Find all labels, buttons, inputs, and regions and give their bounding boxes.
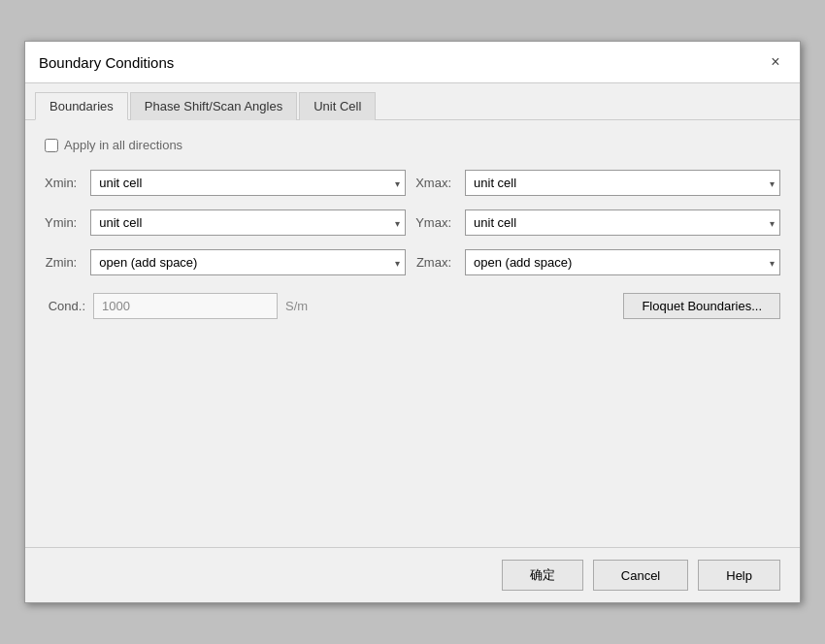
tab-boundaries[interactable]: Boundaries (35, 92, 128, 120)
ymin-label: Ymin: (45, 215, 81, 230)
cond-row: Cond.: S/m Floquet Boundaries... (45, 293, 780, 319)
zmax-dropdown-container: unit cell open (add space) electric (Et=… (465, 249, 780, 275)
ymin-select[interactable]: unit cell open (add space) electric (Et=… (90, 209, 406, 236)
tab-content: Apply in all directions Xmin: unit cell … (25, 120, 800, 547)
floquet-boundaries-button[interactable]: Floquet Boundaries... (623, 293, 780, 319)
xmax-dropdown-container: unit cell open (add space) electric (Et=… (465, 170, 780, 196)
title-bar: Boundary Conditions × (25, 42, 800, 83)
confirm-button[interactable]: 确定 (502, 560, 583, 591)
apply-all-checkbox-container: Apply in all directions (45, 138, 182, 152)
apply-all-checkbox[interactable] (45, 139, 58, 152)
tab-unit-cell[interactable]: Unit Cell (299, 92, 376, 120)
xmin-dropdown-container: unit cell open (add space) electric (Et=… (90, 170, 406, 196)
xmin-label: Xmin: (45, 176, 81, 190)
tab-bar: Boundaries Phase Shift/Scan Angles Unit … (25, 83, 800, 120)
xmin-select[interactable]: unit cell open (add space) electric (Et=… (90, 170, 406, 196)
zmin-dropdown-container: unit cell open (add space) electric (Et=… (90, 249, 406, 275)
help-button[interactable]: Help (698, 560, 780, 591)
boundary-fields-grid: Xmin: unit cell open (add space) electri… (45, 170, 780, 275)
close-button[interactable]: × (765, 51, 786, 73)
zmin-label: Zmin: (45, 255, 81, 270)
xmax-select[interactable]: unit cell open (add space) electric (Et=… (465, 170, 780, 196)
apply-all-label: Apply in all directions (64, 138, 182, 152)
tab-phase-shift[interactable]: Phase Shift/Scan Angles (130, 92, 297, 120)
zmax-select[interactable]: unit cell open (add space) electric (Et=… (465, 249, 780, 275)
cond-unit: S/m (285, 299, 308, 313)
zmin-select[interactable]: unit cell open (add space) electric (Et=… (90, 249, 406, 275)
ymin-dropdown-container: unit cell open (add space) electric (Et=… (90, 209, 406, 236)
ymax-dropdown-container: unit cell open (add space) electric (Et=… (465, 209, 780, 236)
dialog-footer: 确定 Cancel Help (25, 547, 800, 602)
ymax-select[interactable]: unit cell open (add space) electric (Et=… (465, 209, 780, 236)
dialog-title: Boundary Conditions (39, 54, 174, 71)
xmax-label: Xmax: (415, 176, 455, 190)
apply-all-row: Apply in all directions (45, 138, 780, 152)
cancel-button[interactable]: Cancel (593, 560, 688, 591)
cond-label: Cond.: (45, 299, 85, 313)
boundary-conditions-dialog: Boundary Conditions × Boundaries Phase S… (24, 41, 801, 603)
zmax-label: Zmax: (415, 255, 455, 270)
ymax-label: Ymax: (415, 215, 455, 230)
cond-input[interactable] (93, 293, 278, 319)
